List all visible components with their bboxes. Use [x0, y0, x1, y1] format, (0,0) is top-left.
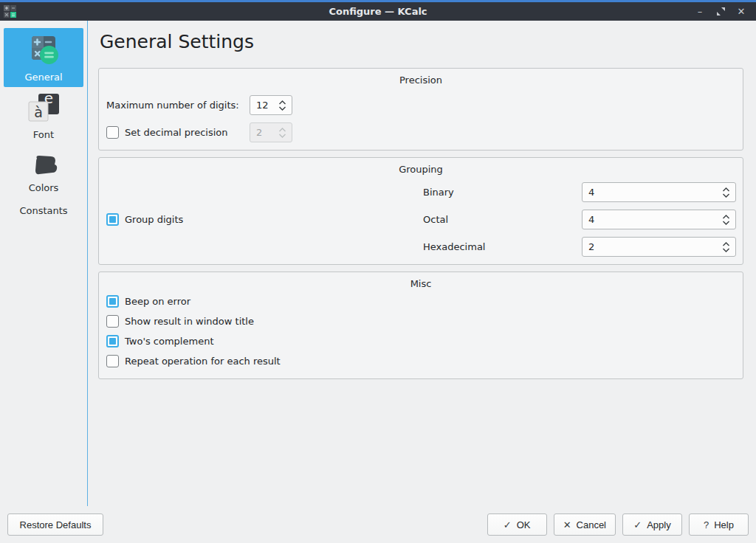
sidebar-item-label: General — [24, 72, 62, 83]
check-icon: ✓ — [504, 519, 512, 530]
kcalc-calculator-icon — [26, 33, 61, 69]
apply-label: Apply — [647, 519, 671, 530]
kcalc-app-icon — [4, 5, 16, 18]
spin-up-icon[interactable] — [722, 187, 730, 192]
beep-on-error-row: Beep on error — [106, 291, 736, 311]
sidebar-item-constants[interactable]: Constants — [4, 199, 83, 219]
octal-value[interactable]: 4 — [588, 214, 722, 225]
ok-button[interactable]: ✓ OK — [487, 513, 547, 536]
apply-button[interactable]: ✓ Apply — [622, 513, 682, 536]
font-icon: ë à — [27, 94, 61, 126]
titlebar: Configure — KCalc – ✕ — [0, 0, 756, 21]
question-icon: ? — [704, 519, 709, 530]
spin-up-icon[interactable] — [278, 100, 286, 105]
beep-on-error-checkbox[interactable] — [106, 295, 119, 308]
colors-icon — [30, 154, 58, 179]
misc-groupbox: Misc Beep on error Show result in window… — [98, 272, 743, 379]
misc-group-title: Misc — [106, 277, 736, 291]
grouping-rows: Binary 4 Octal — [423, 182, 736, 257]
spin-down-icon[interactable] — [722, 248, 730, 252]
repeat-operation-label: Repeat operation for each result — [125, 356, 281, 367]
cancel-button[interactable]: ✕ Cancel — [554, 513, 616, 536]
twos-complement-checkbox[interactable] — [106, 335, 119, 347]
group-digits-checkbox[interactable] — [106, 213, 119, 226]
precision-group-title: Precision — [106, 73, 736, 88]
set-decimal-precision-label: Set decimal precision — [125, 127, 228, 138]
precision-groupbox: Precision Maximum number of digits: 12 — [98, 68, 743, 151]
page-title: General Settings — [100, 31, 743, 52]
spin-up-icon — [278, 128, 286, 132]
cross-icon: ✕ — [563, 519, 571, 530]
show-result-checkbox[interactable] — [106, 315, 119, 328]
grouping-group-title: Grouping — [106, 162, 736, 177]
svg-text:à: à — [34, 104, 43, 120]
window-title: Configure — KCalc — [0, 6, 756, 17]
cancel-label: Cancel — [577, 519, 606, 530]
spinner-buttons — [722, 215, 730, 225]
spinner-buttons — [722, 187, 730, 198]
spinner-buttons — [278, 128, 286, 138]
spin-down-icon — [278, 134, 286, 138]
hexadecimal-spinbox[interactable]: 2 — [582, 237, 736, 257]
sidebar-item-label: Colors — [29, 182, 59, 193]
decimal-precision-spinbox: 2 — [250, 122, 292, 142]
octal-row: Octal 4 — [423, 210, 736, 229]
show-result-row: Show result in window title — [106, 311, 736, 331]
twos-complement-label: Two's complement — [125, 336, 213, 347]
spin-down-icon[interactable] — [722, 193, 730, 198]
minimize-icon[interactable]: – — [691, 4, 709, 20]
window-controls: – ✕ — [691, 4, 756, 20]
help-label: Help — [714, 519, 734, 530]
hexadecimal-label: Hexadecimal — [423, 241, 582, 252]
grouping-groupbox: Grouping Group digits Binary 4 — [98, 157, 743, 265]
repeat-operation-row: Repeat operation for each result — [106, 351, 736, 371]
show-result-label: Show result in window title — [125, 316, 254, 327]
set-decimal-precision-checkbox[interactable] — [106, 126, 119, 139]
sidebar: General ë à Font — [0, 21, 88, 506]
beep-on-error-label: Beep on error — [125, 296, 190, 307]
sidebar-item-colors[interactable]: Colors — [4, 154, 83, 193]
sidebar-item-general[interactable]: General — [4, 28, 83, 87]
spin-up-icon[interactable] — [722, 242, 730, 246]
spin-up-icon[interactable] — [722, 215, 730, 219]
button-bar: Restore Defaults ✓ OK ✕ Cancel ✓ Apply ?… — [0, 506, 756, 543]
spin-down-icon[interactable] — [722, 221, 730, 225]
spinner-buttons — [722, 242, 730, 252]
hexadecimal-value[interactable]: 2 — [588, 241, 722, 252]
main-panel: General Settings Precision Maximum numbe… — [88, 21, 756, 506]
max-digits-spinbox[interactable]: 12 — [250, 95, 292, 115]
restore-defaults-label: Restore Defaults — [20, 519, 92, 530]
spinner-buttons — [278, 100, 286, 111]
sidebar-item-label: Constants — [19, 205, 67, 216]
octal-label: Octal — [423, 214, 582, 225]
binary-value[interactable]: 4 — [588, 187, 722, 198]
binary-label: Binary — [423, 187, 582, 198]
configure-dialog: Configure — KCalc – ✕ — [0, 0, 756, 543]
decimal-precision-row: Set decimal precision 2 — [106, 122, 736, 142]
sidebar-item-label: Font — [33, 129, 54, 140]
twos-complement-row: Two's complement — [106, 331, 736, 351]
help-button[interactable]: ? Help — [689, 513, 749, 536]
close-icon[interactable]: ✕ — [732, 4, 750, 20]
group-digits-label: Group digits — [125, 214, 183, 225]
hexadecimal-row: Hexadecimal 2 — [423, 237, 736, 257]
max-digits-row: Maximum number of digits: 12 — [106, 95, 736, 115]
repeat-operation-checkbox[interactable] — [106, 355, 119, 367]
decimal-precision-value: 2 — [256, 127, 278, 138]
octal-spinbox[interactable]: 4 — [582, 210, 736, 229]
binary-spinbox[interactable]: 4 — [582, 182, 736, 202]
dialog-buttons: ✓ OK ✕ Cancel ✓ Apply ? Help — [487, 513, 749, 536]
ok-label: OK — [517, 519, 531, 530]
max-digits-label: Maximum number of digits: — [106, 100, 250, 111]
dialog-body: General ë à Font — [0, 21, 756, 506]
spin-down-icon[interactable] — [278, 106, 286, 111]
sidebar-item-font[interactable]: ë à Font — [4, 94, 83, 140]
restore-icon[interactable] — [712, 4, 729, 20]
max-digits-value[interactable]: 12 — [256, 100, 278, 111]
check-icon: ✓ — [633, 519, 642, 530]
restore-defaults-button[interactable]: Restore Defaults — [7, 513, 103, 536]
binary-row: Binary 4 — [423, 182, 736, 202]
grouping-body: Group digits Binary 4 — [106, 182, 736, 257]
